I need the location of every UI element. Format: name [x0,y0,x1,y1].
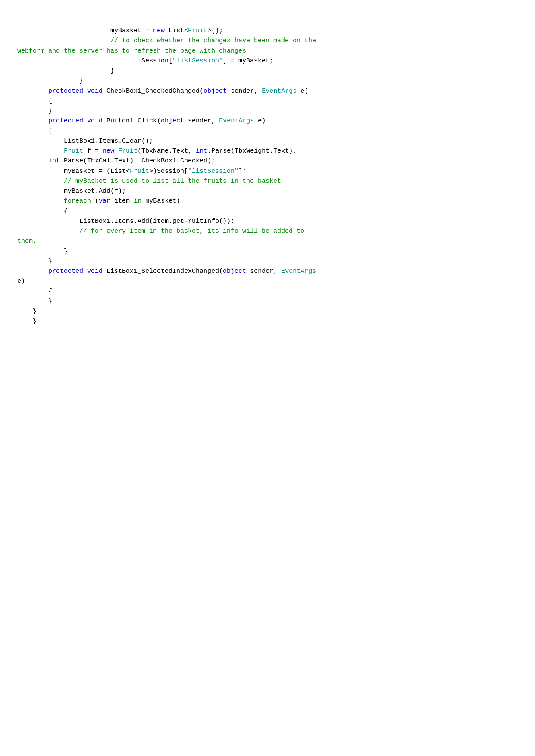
code-line: e) [17,276,518,286]
code-token: in [134,197,141,205]
code-line: } [17,256,518,266]
code-token: object [203,87,227,95]
code-token: webform and the server has to refresh th… [17,47,246,55]
code-line: protected void CheckBox1_CheckedChanged(… [17,86,518,96]
code-line: } [17,76,518,86]
code-token: object [223,268,246,275]
code-token: // for every item in the basket, its inf… [79,228,304,235]
code-token: e) [297,87,308,95]
code-line: { [17,126,518,136]
code-line: them. [17,236,518,246]
code-token: ] = myBasket; [223,57,273,65]
code-token: ListBox1.Items.Clear(); [64,137,153,145]
code-token: EventArgs [262,87,297,95]
code-container: myBasket = new List<Fruit>(); // to chec… [17,26,518,327]
code-token: myBasket.Add(f); [64,187,126,195]
code-token: } [48,298,52,305]
code-line: foreach (var item in myBasket) [17,196,518,206]
code-token: var [99,197,110,205]
code-line: protected void Button1_Click(object send… [17,116,518,126]
code-token: .Parse(TbxWeight.Text), [207,147,297,155]
code-line: ListBox1.Items.Clear(); [17,136,518,146]
code-token [110,197,114,205]
code-token [83,117,87,125]
code-token: sender, [227,87,262,95]
code-token: // to check whether the changes have bee… [110,37,316,44]
code-token: { [48,97,52,105]
code-token: myBasket = [110,27,153,34]
code-line: } [17,306,518,316]
code-token: { [64,208,68,215]
code-token: foreach [64,197,91,205]
code-token [83,87,87,95]
code-token [114,147,118,155]
code-token: List< [165,27,188,34]
code-token: item [114,197,130,205]
code-token: "listSession" [172,57,223,65]
code-line: webform and the server has to refresh th… [17,46,518,56]
code-line: ListBox1.Items.Add(item.getFruitInfo()); [17,216,518,226]
code-line: // to check whether the changes have bee… [17,36,518,46]
code-token: Fruit [188,27,207,34]
code-token: e) [17,278,25,285]
code-token: // myBasket is used to list all the frui… [64,178,281,185]
code-token: Button1_Click( [103,117,161,125]
code-token: .Parse(TbxCal.Text), CheckBox1.Checked); [60,157,215,165]
code-line: Session["listSession"] = myBasket; [17,56,518,66]
code-token: ListBox1.Items.Add(item.getFruitInfo()); [79,218,235,225]
code-token: protected [48,268,83,275]
code-line: } [17,106,518,116]
code-token: new [103,147,114,155]
code-line: { [17,287,518,297]
code-token: int [48,157,60,165]
code-token: void [87,268,103,275]
code-token: void [87,117,103,125]
code-token: { [48,128,52,135]
code-token: object [161,117,184,125]
code-token: ListBox1_SelectedIndexChanged( [103,268,223,275]
code-token: } [110,67,114,75]
code-line: { [17,96,518,106]
code-token: ( [91,197,99,205]
code-token: "listSession" [188,168,238,175]
code-line: myBasket = (List<Fruit>)Session["listSes… [17,166,518,176]
code-token: Session[ [141,57,172,65]
code-token: CheckBox1_CheckedChanged( [103,87,203,95]
code-token: ]; [238,168,246,175]
code-line: } [17,247,518,256]
code-token: } [64,248,68,255]
code-token: void [87,87,103,95]
code-token: Fruit [130,168,149,175]
code-line: Fruit f = new Fruit(TbxName.Text, int.Pa… [17,146,518,156]
code-token: new [153,27,165,34]
code-token: protected [48,87,83,95]
code-token [83,268,87,275]
code-line: // myBasket is used to list all the frui… [17,176,518,186]
code-line: } [17,297,518,306]
code-token: int [196,147,207,155]
code-token: sender, [184,117,219,125]
code-token: e) [254,117,266,125]
code-token: EventArgs [281,268,316,275]
code-token: f = [83,147,103,155]
code-token: myBasket) [141,197,180,205]
code-line: { [17,206,518,216]
code-token: } [79,77,83,84]
code-line: myBasket.Add(f); [17,186,518,196]
code-line: } [17,66,518,76]
code-line: myBasket = new List<Fruit>(); [17,26,518,36]
code-token [130,197,134,205]
code-token: Fruit [64,147,83,155]
code-token: } [33,308,37,315]
code-line: protected void ListBox1_SelectedIndexCha… [17,266,518,276]
code-token: } [48,258,52,265]
code-token: sender, [246,268,281,275]
code-token: them. [17,237,37,245]
code-token: (TbxName.Text, [138,147,196,155]
code-token: myBasket = (List< [64,168,130,175]
code-token: protected [48,117,83,125]
code-token: } [33,318,37,325]
code-token: } [48,107,52,115]
code-token: { [48,288,52,295]
code-line: } [17,316,518,326]
